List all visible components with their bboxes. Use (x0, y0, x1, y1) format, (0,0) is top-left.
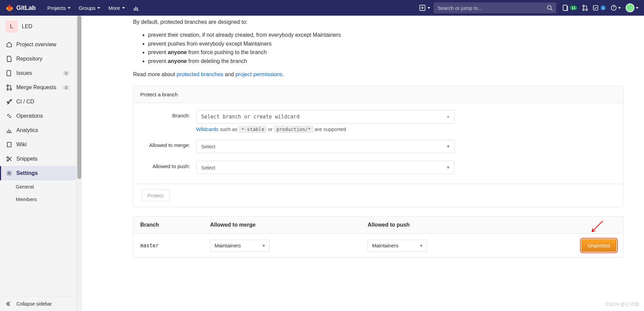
link-project-permissions[interactable]: project permissions (236, 71, 283, 77)
th-actions (518, 216, 624, 234)
push-label: Allowed to push: (142, 161, 196, 169)
branch-select[interactable]: Select branch or create wildcard▾ (196, 110, 455, 124)
bullet-1: prevent their creation, if not already c… (148, 31, 624, 39)
bullet-2: prevent pushes from everybody except Mai… (148, 39, 624, 48)
sidebar-scrollbar[interactable] (77, 16, 82, 311)
plus-menu[interactable] (416, 3, 434, 13)
chevron-down-icon (636, 7, 639, 9)
link-wildcards[interactable]: Wildcards (196, 126, 219, 132)
intro-text: By default, protected branches are desig… (133, 19, 624, 25)
link-protected-branches[interactable]: protected branches (177, 71, 223, 77)
merge-requests-shortcut[interactable] (582, 5, 588, 11)
svg-point-12 (10, 88, 12, 90)
chevron-down-icon (618, 7, 621, 9)
cell-merge: Maintainers▾ (203, 234, 361, 258)
bullet-3: prevent anyone from force pushing to the… (148, 48, 624, 57)
link-icon (6, 113, 12, 119)
help-menu[interactable]: ? (611, 5, 621, 11)
main-content: By default, protected branches are desig… (82, 16, 644, 311)
svg-point-11 (7, 88, 9, 90)
chevron-down-icon (68, 7, 70, 9)
th-merge: Allowed to merge (203, 216, 361, 234)
sidebar-item-analytics[interactable]: Analytics (0, 123, 76, 137)
top-nav: GitLab Projects Groups More 11 1 ? (0, 0, 644, 16)
cell-push: Maintainers▾ (361, 234, 518, 258)
row-merge-select[interactable]: Maintainers▾ (210, 240, 270, 252)
table-row: master Maintainers▾ Maintainers▾ Unprote… (133, 234, 624, 258)
plus-icon (419, 5, 425, 11)
chevron-down-icon (97, 7, 100, 9)
sidebar-item-operations[interactable]: Operations (0, 109, 76, 123)
branch-label: Branch: (142, 110, 196, 118)
chart-icon (133, 5, 139, 11)
chevron-down-icon: ▾ (447, 164, 450, 170)
issue-icon (6, 70, 12, 76)
svg-point-10 (7, 85, 9, 86)
project-name: LED (22, 23, 32, 30)
svg-text:?: ? (613, 6, 615, 10)
issues-shortcut[interactable]: 11 (562, 5, 577, 11)
sidebar: L LED Project overview Repository Issues… (0, 16, 77, 311)
row-push-select[interactable]: Maintainers▾ (368, 240, 427, 252)
th-push: Allowed to push (361, 216, 518, 234)
gear-icon (6, 170, 12, 176)
collapse-sidebar[interactable]: Collapse sidebar (0, 296, 76, 311)
svg-point-5 (586, 9, 587, 11)
nav-projects[interactable]: Projects (44, 3, 74, 13)
sidebar-sub-general[interactable]: General (0, 180, 76, 193)
sidebar-item-snippets[interactable]: Snippets (0, 152, 76, 166)
brand-label: GitLab (16, 4, 36, 12)
unprotect-button[interactable]: Unprotect (581, 239, 616, 252)
nav-activity[interactable] (130, 3, 143, 13)
todos-badge: 1 (600, 5, 606, 10)
merge-select[interactable]: Select▾ (196, 140, 455, 153)
chevron-down-icon: ▾ (420, 243, 423, 249)
svg-point-14 (7, 157, 9, 158)
merge-icon (6, 84, 12, 91)
search-icon (547, 5, 553, 11)
sidebar-sub-members[interactable]: Members (0, 193, 76, 206)
sidebar-item-overview[interactable]: Project overview (0, 37, 76, 52)
project-header[interactable]: L LED (0, 16, 76, 37)
sidebar-item-wiki[interactable]: Wiki (0, 137, 76, 152)
gitlab-icon (5, 4, 14, 12)
sidebar-item-merge-requests[interactable]: Merge Requests0 (0, 80, 76, 95)
wildcards-hint: Wildcards such as *-stable or production… (196, 126, 455, 132)
project-avatar: L (5, 20, 18, 33)
panel-title: Protect a branch (133, 86, 623, 103)
brand-logo[interactable]: GitLab (5, 4, 36, 12)
sidebar-item-settings[interactable]: Settings (0, 166, 76, 180)
user-menu[interactable] (626, 3, 639, 12)
sidebar-item-repository[interactable]: Repository (0, 52, 76, 66)
rocket-icon (6, 99, 12, 105)
protected-branches-table: Branch Allowed to merge Allowed to push … (133, 216, 624, 258)
merge-label: Allowed to merge: (142, 140, 196, 148)
nav-more[interactable]: More (105, 3, 128, 13)
merge-icon (582, 5, 588, 11)
todos-shortcut[interactable]: 1 (593, 5, 606, 11)
issue-icon (562, 5, 568, 11)
chevron-down-icon (122, 7, 125, 9)
nav-groups[interactable]: Groups (75, 3, 103, 13)
protect-button[interactable]: Protect (142, 190, 170, 201)
chevron-down-icon: ▾ (447, 143, 450, 149)
readmore: Read more about protected branches and p… (133, 71, 624, 78)
home-icon (6, 42, 12, 48)
annotation-arrow-icon (590, 220, 603, 234)
scissors-icon (6, 156, 12, 162)
svg-point-1 (547, 5, 551, 9)
svg-point-15 (8, 172, 10, 174)
push-select[interactable]: Select▾ (196, 161, 455, 174)
svg-point-3 (583, 5, 584, 7)
search-input[interactable] (434, 2, 556, 13)
scroll-thumb[interactable] (77, 16, 81, 179)
cell-branch: master (133, 234, 204, 258)
svg-rect-9 (7, 70, 11, 76)
protect-branch-panel: Protect a branch Branch: Select branch o… (133, 86, 624, 207)
chart-icon (6, 127, 12, 133)
nav-menu: Projects Groups More (44, 3, 143, 13)
svg-point-4 (583, 9, 584, 11)
svg-rect-2 (563, 5, 567, 11)
sidebar-item-issues[interactable]: Issues0 (0, 66, 76, 80)
sidebar-item-cicd[interactable]: CI / CD (0, 95, 76, 109)
